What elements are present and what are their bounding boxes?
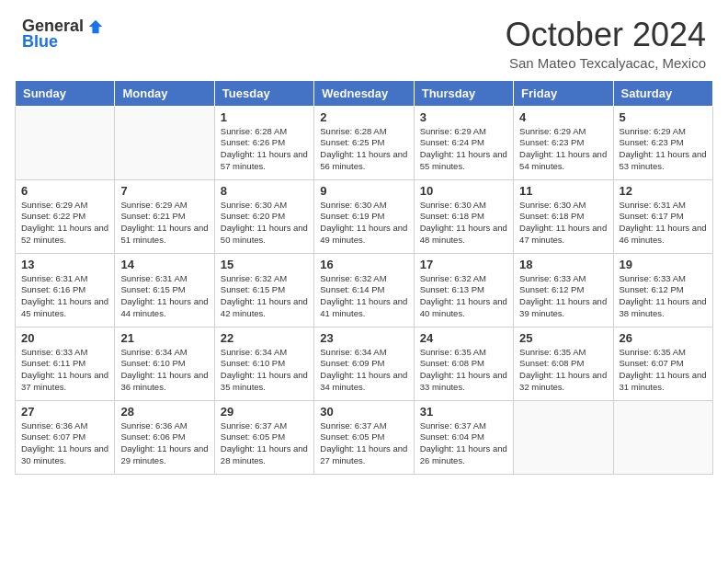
calendar-cell: 23Sunrise: 6:34 AM Sunset: 6:09 PM Dayli…	[314, 327, 414, 400]
cell-info: Sunrise: 6:30 AM Sunset: 6:19 PM Dayligh…	[320, 200, 407, 247]
calendar-cell: 27Sunrise: 6:36 AM Sunset: 6:07 PM Dayli…	[16, 400, 115, 474]
calendar-cell: 18Sunrise: 6:33 AM Sunset: 6:12 PM Dayli…	[514, 253, 613, 327]
day-number: 17	[420, 258, 507, 271]
calendar-cell: 7Sunrise: 6:29 AM Sunset: 6:21 PM Daylig…	[115, 179, 214, 253]
cell-info: Sunrise: 6:36 AM Sunset: 6:07 PM Dayligh…	[21, 420, 108, 467]
day-number: 18	[519, 258, 607, 271]
cell-info: Sunrise: 6:37 AM Sunset: 6:05 PM Dayligh…	[320, 420, 407, 467]
day-number: 15	[221, 258, 308, 271]
calendar-cell: 14Sunrise: 6:31 AM Sunset: 6:15 PM Dayli…	[115, 253, 214, 327]
cell-info: Sunrise: 6:30 AM Sunset: 6:20 PM Dayligh…	[221, 200, 308, 247]
cell-info: Sunrise: 6:34 AM Sunset: 6:09 PM Dayligh…	[320, 347, 407, 394]
cell-info: Sunrise: 6:36 AM Sunset: 6:06 PM Dayligh…	[120, 420, 208, 467]
cell-info: Sunrise: 6:33 AM Sunset: 6:12 PM Dayligh…	[519, 273, 607, 320]
calendar-day-header: Saturday	[613, 80, 712, 106]
calendar-cell: 20Sunrise: 6:33 AM Sunset: 6:11 PM Dayli…	[16, 327, 115, 400]
calendar-table: SundayMondayTuesdayWednesdayThursdayFrid…	[15, 80, 713, 475]
day-number: 31	[420, 405, 507, 419]
day-number: 29	[221, 405, 308, 419]
calendar-cell: 19Sunrise: 6:33 AM Sunset: 6:12 PM Dayli…	[613, 253, 712, 327]
calendar-header-row: SundayMondayTuesdayWednesdayThursdayFrid…	[16, 80, 713, 106]
cell-info: Sunrise: 6:37 AM Sunset: 6:05 PM Dayligh…	[221, 420, 308, 467]
location-subtitle: San Mateo Texcalyacac, Mexico	[506, 55, 706, 71]
cell-info: Sunrise: 6:29 AM Sunset: 6:23 PM Dayligh…	[519, 126, 607, 173]
calendar-cell: 8Sunrise: 6:30 AM Sunset: 6:20 PM Daylig…	[214, 179, 313, 253]
calendar-cell: 13Sunrise: 6:31 AM Sunset: 6:16 PM Dayli…	[16, 253, 115, 327]
calendar-day-header: Tuesday	[214, 80, 313, 106]
day-number: 8	[221, 184, 308, 198]
calendar-week-row: 13Sunrise: 6:31 AM Sunset: 6:16 PM Dayli…	[16, 253, 713, 327]
calendar-cell: 6Sunrise: 6:29 AM Sunset: 6:22 PM Daylig…	[16, 179, 115, 253]
logo-blue-text: Blue	[22, 32, 58, 52]
cell-info: Sunrise: 6:31 AM Sunset: 6:15 PM Dayligh…	[120, 273, 208, 320]
calendar-cell: 29Sunrise: 6:37 AM Sunset: 6:05 PM Dayli…	[214, 400, 313, 474]
cell-info: Sunrise: 6:28 AM Sunset: 6:26 PM Dayligh…	[221, 126, 308, 173]
day-number: 13	[21, 258, 108, 271]
cell-info: Sunrise: 6:34 AM Sunset: 6:10 PM Dayligh…	[221, 347, 308, 394]
calendar-cell: 24Sunrise: 6:35 AM Sunset: 6:08 PM Dayli…	[414, 327, 513, 400]
day-number: 5	[620, 110, 707, 124]
cell-info: Sunrise: 6:35 AM Sunset: 6:08 PM Dayligh…	[519, 347, 607, 394]
calendar-cell	[514, 400, 613, 474]
calendar-cell	[16, 106, 115, 179]
cell-info: Sunrise: 6:33 AM Sunset: 6:12 PM Dayligh…	[620, 273, 707, 320]
calendar-cell: 31Sunrise: 6:37 AM Sunset: 6:04 PM Dayli…	[414, 400, 513, 474]
cell-info: Sunrise: 6:35 AM Sunset: 6:08 PM Dayligh…	[420, 347, 507, 394]
calendar-day-header: Thursday	[414, 80, 513, 106]
cell-info: Sunrise: 6:32 AM Sunset: 6:13 PM Dayligh…	[420, 273, 507, 320]
cell-info: Sunrise: 6:31 AM Sunset: 6:17 PM Dayligh…	[620, 200, 707, 247]
cell-info: Sunrise: 6:30 AM Sunset: 6:18 PM Dayligh…	[420, 200, 507, 247]
day-number: 20	[21, 331, 108, 345]
cell-info: Sunrise: 6:32 AM Sunset: 6:14 PM Dayligh…	[320, 273, 407, 320]
day-number: 10	[420, 184, 507, 198]
cell-info: Sunrise: 6:34 AM Sunset: 6:10 PM Dayligh…	[120, 347, 208, 394]
cell-info: Sunrise: 6:35 AM Sunset: 6:07 PM Dayligh…	[620, 347, 707, 394]
day-number: 28	[120, 405, 208, 419]
calendar-cell	[613, 400, 712, 474]
cell-info: Sunrise: 6:31 AM Sunset: 6:16 PM Dayligh…	[21, 273, 108, 320]
day-number: 25	[519, 331, 607, 345]
calendar-cell: 26Sunrise: 6:35 AM Sunset: 6:07 PM Dayli…	[613, 327, 712, 400]
cell-info: Sunrise: 6:29 AM Sunset: 6:21 PM Dayligh…	[120, 200, 208, 247]
cell-info: Sunrise: 6:28 AM Sunset: 6:25 PM Dayligh…	[320, 126, 407, 173]
calendar-cell: 3Sunrise: 6:29 AM Sunset: 6:24 PM Daylig…	[414, 106, 513, 179]
day-number: 1	[221, 110, 308, 124]
cell-info: Sunrise: 6:30 AM Sunset: 6:18 PM Dayligh…	[519, 200, 607, 247]
calendar-day-header: Friday	[514, 80, 613, 106]
logo: General Blue	[22, 17, 104, 52]
day-number: 19	[620, 258, 707, 271]
calendar-cell: 9Sunrise: 6:30 AM Sunset: 6:19 PM Daylig…	[314, 179, 414, 253]
calendar-cell: 5Sunrise: 6:29 AM Sunset: 6:23 PM Daylig…	[613, 106, 712, 179]
day-number: 9	[320, 184, 407, 198]
cell-info: Sunrise: 6:29 AM Sunset: 6:22 PM Dayligh…	[21, 200, 108, 247]
day-number: 27	[21, 405, 108, 419]
cell-info: Sunrise: 6:29 AM Sunset: 6:24 PM Dayligh…	[420, 126, 507, 173]
calendar-cell: 16Sunrise: 6:32 AM Sunset: 6:14 PM Dayli…	[314, 253, 414, 327]
calendar-cell: 1Sunrise: 6:28 AM Sunset: 6:26 PM Daylig…	[214, 106, 313, 179]
calendar-cell: 2Sunrise: 6:28 AM Sunset: 6:25 PM Daylig…	[314, 106, 414, 179]
cell-info: Sunrise: 6:32 AM Sunset: 6:15 PM Dayligh…	[221, 273, 308, 320]
cell-info: Sunrise: 6:33 AM Sunset: 6:11 PM Dayligh…	[21, 347, 108, 394]
day-number: 23	[320, 331, 407, 345]
page-header: General Blue October 2024 San Mateo Texc…	[0, 0, 728, 80]
cell-info: Sunrise: 6:37 AM Sunset: 6:04 PM Dayligh…	[420, 420, 507, 467]
day-number: 7	[120, 184, 208, 198]
calendar-cell: 22Sunrise: 6:34 AM Sunset: 6:10 PM Dayli…	[214, 327, 313, 400]
calendar-week-row: 1Sunrise: 6:28 AM Sunset: 6:26 PM Daylig…	[16, 106, 713, 179]
calendar-day-header: Wednesday	[314, 80, 414, 106]
title-section: October 2024 San Mateo Texcalyacac, Mexi…	[506, 17, 706, 71]
calendar-cell: 4Sunrise: 6:29 AM Sunset: 6:23 PM Daylig…	[514, 106, 613, 179]
day-number: 6	[21, 184, 108, 198]
calendar-wrapper: SundayMondayTuesdayWednesdayThursdayFrid…	[0, 80, 728, 482]
day-number: 22	[221, 331, 308, 345]
svg-marker-0	[89, 19, 102, 32]
calendar-cell: 15Sunrise: 6:32 AM Sunset: 6:15 PM Dayli…	[214, 253, 313, 327]
cell-info: Sunrise: 6:29 AM Sunset: 6:23 PM Dayligh…	[620, 126, 707, 173]
calendar-week-row: 20Sunrise: 6:33 AM Sunset: 6:11 PM Dayli…	[16, 327, 713, 400]
calendar-cell: 28Sunrise: 6:36 AM Sunset: 6:06 PM Dayli…	[115, 400, 214, 474]
day-number: 2	[320, 110, 407, 124]
calendar-week-row: 6Sunrise: 6:29 AM Sunset: 6:22 PM Daylig…	[16, 179, 713, 253]
calendar-day-header: Sunday	[16, 80, 115, 106]
calendar-cell: 10Sunrise: 6:30 AM Sunset: 6:18 PM Dayli…	[414, 179, 513, 253]
day-number: 26	[620, 331, 707, 345]
